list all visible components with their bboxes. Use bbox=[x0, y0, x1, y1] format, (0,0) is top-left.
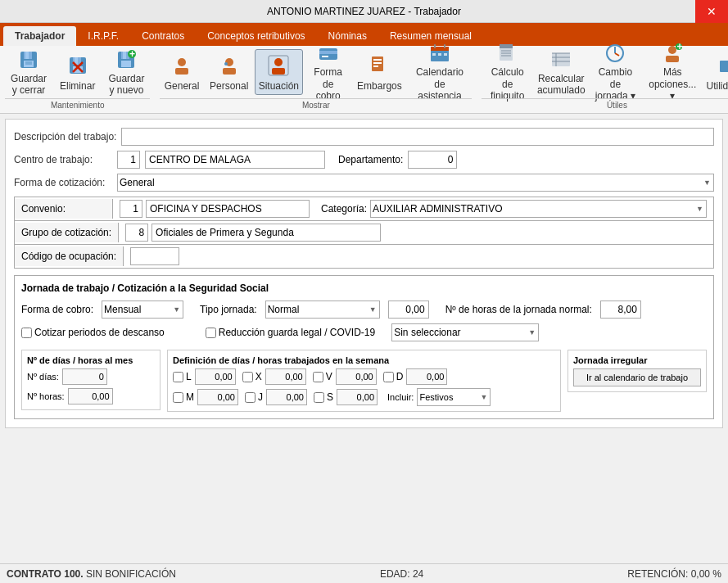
guardar-cerrar-button[interactable]: Guardary cerrar bbox=[5, 49, 52, 95]
day-d-label[interactable]: D bbox=[383, 371, 404, 382]
day-m-check[interactable] bbox=[173, 392, 183, 403]
tab-conceptos[interactable]: Conceptos retributivos bbox=[196, 26, 316, 46]
close-button[interactable]: ✕ bbox=[695, 0, 728, 23]
convenio-num-input[interactable] bbox=[120, 200, 142, 218]
day-x-check[interactable] bbox=[242, 372, 253, 382]
day-l-check[interactable] bbox=[173, 372, 183, 382]
grupo-num-input[interactable] bbox=[125, 224, 148, 242]
forma-cobro-button[interactable]: Formade cobro bbox=[305, 49, 351, 95]
main-content: Descripción del trabajo: Centro de traba… bbox=[5, 119, 723, 428]
calculo-finiquito-button[interactable]: Cálculo definiquito bbox=[482, 49, 533, 95]
forma-cobro-icon bbox=[315, 42, 341, 65]
incluir-select[interactable]: Festivos No festivos bbox=[417, 388, 491, 406]
centro-row: Centro de trabajo: Departamento: bbox=[14, 151, 714, 169]
day-l-label[interactable]: L bbox=[173, 371, 192, 382]
window-title: ANTONIO MARTINEZ JUAREZ - Trabajador bbox=[267, 6, 461, 17]
svg-rect-19 bbox=[175, 68, 188, 75]
codigo-ocupacion-input[interactable] bbox=[130, 247, 179, 265]
recalcular-button[interactable]: Recalcularacumulado bbox=[535, 49, 587, 95]
sin-seleccionar-select[interactable]: Sin seleccionar bbox=[391, 323, 539, 341]
cotizar-periodos-label[interactable]: Cotizar periodos de descanso bbox=[21, 327, 165, 338]
tab-irpf[interactable]: I.R.P.F. bbox=[76, 26, 130, 46]
day-j-label[interactable]: J bbox=[245, 391, 263, 403]
svg-rect-2 bbox=[25, 52, 29, 59]
cambio-jornada-button[interactable]: Cambio dejornada ▾ bbox=[589, 49, 641, 95]
tab-trabajador[interactable]: Trabajador bbox=[3, 26, 76, 46]
day-v-label[interactable]: V bbox=[313, 371, 332, 382]
day-s-input[interactable] bbox=[337, 389, 378, 405]
forma-cotizacion-select[interactable]: General Sistema especial bbox=[117, 174, 714, 192]
day-m-input[interactable] bbox=[197, 389, 238, 405]
svg-point-22 bbox=[224, 62, 228, 66]
day-s-text: S bbox=[327, 391, 333, 403]
calculo-finiquito-icon bbox=[495, 42, 521, 65]
incluir-label: Incluir: bbox=[387, 392, 414, 402]
day-j-check[interactable] bbox=[245, 392, 255, 403]
svg-rect-37 bbox=[432, 53, 436, 56]
reduccion-guarda-text: Reducción guarda legal / COVID-19 bbox=[219, 327, 375, 338]
day-l-input[interactable] bbox=[195, 368, 236, 385]
forma-cotizacion-row: Forma de cotización: General Sistema esp… bbox=[14, 174, 714, 192]
nhoras-label: Nº horas: bbox=[27, 391, 65, 401]
reduccion-guarda-label[interactable]: Reducción guarda legal / COVID-19 bbox=[206, 327, 375, 338]
day-l-text: L bbox=[186, 371, 192, 382]
forma-cobro-select[interactable]: Mensual Quincenal Semanal bbox=[102, 301, 183, 319]
horas-jornada-normal-input[interactable] bbox=[600, 301, 641, 319]
situacion-icon bbox=[265, 52, 292, 79]
mas-opciones-icon: + bbox=[659, 42, 685, 65]
mas-opciones-button[interactable]: + Másopciones... ▾ bbox=[643, 49, 702, 95]
embargos-icon bbox=[366, 52, 392, 79]
svg-rect-15 bbox=[121, 61, 131, 67]
descripcion-label: Descripción del trabajo: bbox=[14, 131, 116, 142]
title-bar: ANTONIO MARTINEZ JUAREZ - Trabajador ✕ bbox=[0, 0, 728, 23]
day-v-check[interactable] bbox=[313, 372, 323, 382]
day-m-label[interactable]: M bbox=[173, 391, 194, 403]
centro-name-input[interactable] bbox=[145, 151, 325, 169]
jornada-title: Jornada de trabajo / Cotización a la Seg… bbox=[21, 282, 707, 294]
svg-point-23 bbox=[274, 58, 283, 66]
general-label: General bbox=[165, 80, 200, 92]
grupo-name-input[interactable] bbox=[151, 224, 381, 242]
nhoras-input[interactable] bbox=[68, 388, 113, 404]
utilidades-button[interactable]: Utilidades bbox=[703, 49, 728, 95]
svg-rect-27 bbox=[319, 51, 337, 54]
grupo-cotizacion-label: Grupo de cotización: bbox=[21, 227, 111, 238]
centro-num-input[interactable] bbox=[117, 151, 140, 169]
tipo-jornada-select[interactable]: Normal Parcial Especial bbox=[265, 301, 380, 319]
categoria-select[interactable]: AUXILIAR ADMINISTRATIVO bbox=[370, 200, 707, 218]
convenio-name-input[interactable] bbox=[146, 200, 310, 218]
situacion-button[interactable]: Situación bbox=[255, 49, 304, 95]
day-s-check[interactable] bbox=[314, 392, 324, 403]
ir-calendario-button[interactable]: Ir al calendario de trabajo bbox=[573, 368, 701, 386]
horas-value-input[interactable] bbox=[388, 301, 429, 319]
descripcion-input[interactable] bbox=[121, 128, 714, 146]
tab-contratos[interactable]: Contratos bbox=[130, 26, 196, 46]
utilidades-icon bbox=[715, 52, 728, 79]
embargos-button[interactable]: Embargos bbox=[353, 49, 405, 95]
general-button[interactable]: General bbox=[160, 49, 203, 95]
day-d-input[interactable] bbox=[406, 368, 447, 385]
day-j-input[interactable] bbox=[266, 389, 307, 405]
day-x-label[interactable]: X bbox=[242, 371, 262, 382]
tipo-jornada-label: Tipo jornada: bbox=[200, 304, 257, 315]
reduccion-guarda-check[interactable] bbox=[206, 328, 216, 338]
calendario-button[interactable]: Calendariode asistencia bbox=[408, 49, 473, 95]
day-s-label[interactable]: S bbox=[314, 391, 333, 403]
eliminar-button[interactable]: Eliminar bbox=[54, 49, 101, 95]
toolbar-group-mostrar: General Personal Situación Formade cobro bbox=[160, 49, 472, 110]
day-d-check[interactable] bbox=[383, 372, 394, 382]
cambio-jornada-icon bbox=[602, 42, 628, 65]
departamento-input[interactable] bbox=[408, 151, 457, 169]
toolbar-group-utiles: Cálculo definiquito Recalcularacumulado … bbox=[482, 49, 728, 110]
day-x-input[interactable] bbox=[265, 368, 306, 385]
guardar-nuevo-button[interactable]: + Guardary nuevo bbox=[102, 49, 150, 95]
personal-button[interactable]: Personal bbox=[206, 49, 253, 95]
guardar-nuevo-icon: + bbox=[113, 48, 139, 71]
guardar-nuevo-label: Guardary nuevo bbox=[108, 73, 144, 97]
ndias-input[interactable] bbox=[62, 368, 107, 385]
jornada-irregular-title: Jornada irregular bbox=[573, 355, 701, 365]
guardar-cerrar-label: Guardary cerrar bbox=[11, 73, 47, 97]
cotizar-periodos-check[interactable] bbox=[21, 328, 32, 338]
day-v-input[interactable] bbox=[336, 368, 377, 385]
jornada-section: Jornada de trabajo / Cotización a la Seg… bbox=[14, 275, 714, 419]
